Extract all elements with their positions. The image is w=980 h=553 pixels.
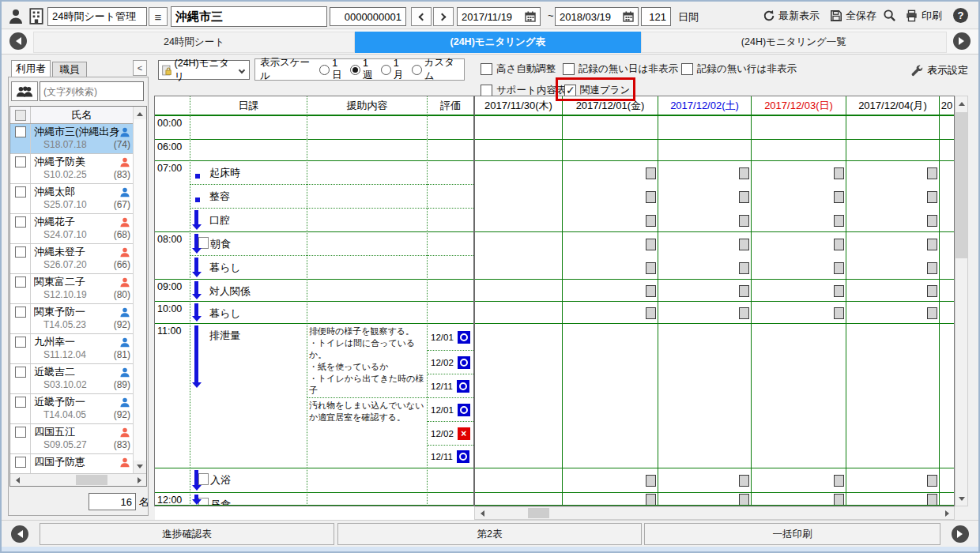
refresh-button[interactable]: 最新表示 [763, 9, 820, 23]
check-auto-height[interactable]: 高さ自動調整 [481, 62, 556, 76]
user-checkbox[interactable] [15, 156, 26, 167]
user-count-field[interactable]: 16 [89, 493, 136, 510]
record-checkbox[interactable] [927, 239, 937, 250]
user-list-vertical-scrollbar[interactable] [133, 107, 146, 473]
user-list-horizontal-scrollbar[interactable] [10, 473, 146, 486]
record-checkbox[interactable] [646, 215, 656, 227]
user-checkbox[interactable] [15, 337, 26, 348]
user-checkbox[interactable] [15, 246, 26, 258]
user-row[interactable]: 近畿吉二S03.10.02(89) [10, 364, 133, 394]
daily-task-cell[interactable]: 対人関係 [190, 280, 307, 302]
record-checkbox[interactable] [834, 475, 844, 487]
user-row[interactable]: 関東予防一T14.05.23(92) [10, 304, 133, 334]
menu-list-button[interactable]: ≡ [149, 7, 168, 26]
prev-period-button[interactable] [411, 7, 432, 26]
bottom-scroll-left-button[interactable] [11, 525, 28, 543]
scroll-down-button[interactable] [956, 493, 967, 506]
check-hide-empty-days[interactable]: 記録の無い日は非表示 [563, 62, 678, 76]
sidebar-collapse-button[interactable]: < [133, 60, 147, 76]
scrollbar-thumb[interactable] [956, 112, 967, 258]
eval-cell[interactable]: 12/02× [428, 422, 473, 446]
help-button[interactable]: ? [953, 8, 968, 23]
radio-1day[interactable]: 1日 [319, 58, 345, 82]
progress-check-button[interactable]: 進捗確認表 [40, 523, 334, 545]
sidebar-tab-staff[interactable]: 職員 [52, 62, 87, 77]
date-to-field[interactable]: 2018/03/19 [555, 7, 639, 26]
scroll-right-button[interactable] [134, 474, 146, 486]
tabs-scroll-right-button[interactable] [953, 32, 971, 50]
sheet-type-dropdown[interactable]: (24H)モニタリ [158, 60, 250, 80]
user-checkbox[interactable] [15, 276, 26, 288]
batch-print-button[interactable]: 一括印刷 [644, 523, 940, 545]
tab-24h-monitoring-table[interactable]: (24H)モニタリング表 [355, 32, 641, 53]
record-checkbox[interactable] [739, 167, 749, 179]
user-checkbox[interactable] [15, 186, 26, 198]
record-checkbox[interactable] [646, 475, 656, 487]
scroll-up-button[interactable] [134, 107, 146, 119]
daily-task-cell[interactable]: 入浴 [190, 468, 307, 493]
daily-task-cell[interactable]: 昼食 [190, 493, 307, 506]
record-checkbox[interactable] [739, 285, 749, 297]
tab-24h-sheet[interactable]: 24時間シート [33, 32, 355, 53]
scroll-down-button[interactable] [134, 461, 146, 473]
record-checkbox[interactable] [646, 285, 656, 297]
support-text-cell[interactable]: 汚れ物をしまい込んでいない か適宜居室を確認する。 [307, 398, 427, 468]
office-icon[interactable] [28, 7, 45, 24]
date-from-field[interactable]: 2017/11/19 [457, 7, 541, 26]
days-count-field[interactable]: 121 [641, 7, 671, 26]
user-group-button[interactable] [11, 81, 38, 101]
record-checkbox[interactable] [834, 307, 844, 319]
record-checkbox[interactable] [646, 307, 656, 319]
tabs-scroll-left-button[interactable] [9, 32, 27, 50]
record-checkbox[interactable] [927, 191, 937, 203]
record-checkbox[interactable] [646, 262, 656, 274]
record-checkbox[interactable] [927, 307, 937, 319]
record-checkbox[interactable] [927, 215, 937, 227]
eval-cell[interactable]: 12/11 [428, 374, 473, 398]
user-checkbox[interactable] [15, 216, 26, 228]
record-checkbox[interactable] [739, 191, 749, 203]
record-checkbox[interactable] [739, 494, 749, 506]
record-checkbox[interactable] [739, 307, 749, 319]
user-row[interactable]: 沖縄未登子S26.07.20(66) [10, 244, 133, 274]
record-checkbox[interactable] [927, 285, 937, 297]
user-row[interactable]: 沖縄市三(沖縄出身S18.07.18(74) [10, 124, 133, 154]
user-checkbox[interactable] [15, 126, 26, 137]
save-all-button[interactable]: 全保存 [830, 9, 876, 23]
user-row[interactable]: 四国予防恵 [10, 454, 133, 473]
select-all-checkbox[interactable] [10, 107, 31, 123]
eval-cell[interactable]: 12/01 [428, 324, 473, 351]
radio-1week[interactable]: 1週 [350, 58, 375, 82]
record-checkbox[interactable] [927, 494, 937, 506]
record-checkbox[interactable] [834, 262, 844, 274]
scroll-left-button[interactable] [10, 474, 23, 486]
record-checkbox[interactable] [834, 285, 844, 297]
daily-task-cell[interactable] [190, 116, 307, 140]
user-row[interactable]: 沖縄太郎S25.07.10(67) [10, 184, 133, 214]
user-row[interactable]: 九州幸一S11.12.04(81) [10, 334, 133, 364]
eval-cell[interactable]: 12/02 [428, 351, 473, 374]
user-checkbox[interactable] [15, 307, 26, 318]
user-search-input[interactable] [40, 81, 144, 101]
user-row[interactable]: 関東富二子S12.10.19(80) [10, 274, 133, 304]
record-checkbox[interactable] [927, 167, 937, 179]
print-button[interactable]: 印刷 [905, 9, 942, 23]
check-hide-empty-rows[interactable]: 記録の無い行は非表示 [681, 62, 797, 76]
daily-task-cell[interactable]: 朝食 [190, 232, 307, 256]
daily-task-cell[interactable]: 起床時 [190, 161, 307, 185]
task-checkbox[interactable] [198, 473, 209, 485]
next-period-button[interactable] [433, 7, 454, 26]
display-settings-button[interactable]: 表示設定 [910, 63, 968, 77]
record-checkbox[interactable] [834, 215, 844, 227]
scroll-left-button[interactable] [475, 507, 488, 519]
record-checkbox[interactable] [739, 215, 749, 227]
user-checkbox[interactable] [15, 427, 26, 438]
record-checkbox[interactable] [834, 191, 844, 203]
daily-task-cell[interactable]: 暮らし [190, 302, 307, 324]
radio-custom[interactable]: カスタム [412, 56, 459, 83]
scrollbar-thumb[interactable] [76, 475, 107, 485]
daily-task-cell[interactable]: 暮らし [190, 256, 307, 280]
user-row[interactable]: 沖縄花子S24.07.10(68) [10, 214, 133, 244]
user-checkbox[interactable] [15, 367, 26, 378]
eval-cell[interactable]: 12/11 [428, 446, 473, 468]
